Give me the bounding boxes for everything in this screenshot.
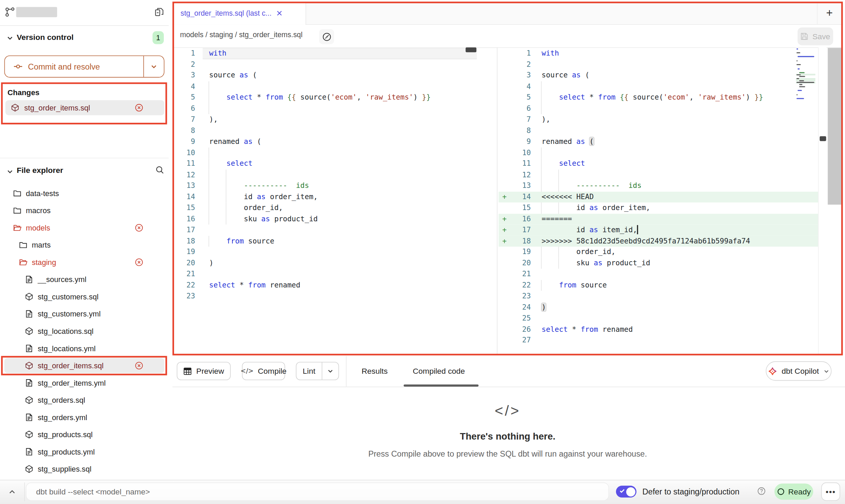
- code-line-23[interactable]: 23: [499, 291, 818, 302]
- status-badge[interactable]: Ready: [774, 484, 813, 500]
- chevron-down-icon[interactable]: [6, 168, 14, 175]
- command-input[interactable]: dbt build --select <model_name>: [26, 483, 609, 501]
- code-line-23[interactable]: 23: [172, 291, 477, 302]
- code-line-14[interactable]: +14<<<<<<< HEAD: [499, 191, 818, 202]
- chevron-up-icon[interactable]: [8, 488, 16, 496]
- code-line-18[interactable]: 18 from source: [172, 236, 477, 247]
- code-line-3[interactable]: 3source as (: [499, 70, 818, 81]
- code-line-8[interactable]: 8: [172, 125, 477, 136]
- code-line-9[interactable]: 9renamed as (: [172, 136, 477, 147]
- file-row-models[interactable]: models: [4, 220, 164, 235]
- code-line-3[interactable]: 3source as (: [172, 70, 477, 81]
- code-line-18[interactable]: +18>>>>>>> 58c1dd23d5eebd9cd2495fa7124ab…: [499, 236, 818, 247]
- discard-change-icon[interactable]: [135, 223, 143, 232]
- left-pane-scrollbar-thumb[interactable]: [466, 47, 476, 52]
- editor-pane-original[interactable]: 1with23source as (45 select * from {{ so…: [172, 48, 477, 356]
- code-line-16[interactable]: 16 sku as product_id: [172, 213, 477, 224]
- code-line-5[interactable]: 5 select * from {{ source('ecom', 'raw_i…: [499, 92, 818, 103]
- code-line-15[interactable]: 15 order_id,: [172, 203, 477, 213]
- code-line-11[interactable]: 11 select: [172, 158, 477, 169]
- chevron-down-icon[interactable]: [6, 34, 14, 42]
- file-row-stg-products-yml[interactable]: stg_products.yml: [4, 444, 164, 459]
- code-line-2[interactable]: 2: [172, 59, 477, 70]
- file-row-stg-supplies-sql[interactable]: stg_supplies.sql: [4, 461, 164, 476]
- code-line-4[interactable]: 4: [172, 81, 477, 92]
- code-line-14[interactable]: 14 id as order_item,: [172, 191, 477, 202]
- minimap[interactable]: [796, 47, 815, 104]
- file-row-stg-locations-sql[interactable]: stg_locations.sql: [4, 324, 164, 339]
- editor-pane-modified[interactable]: 1with23source as (45 select * from {{ so…: [499, 48, 818, 356]
- commit-and-resolve-button[interactable]: Commit and resolve: [4, 56, 164, 78]
- code-line-19[interactable]: 19 order_id,: [499, 247, 818, 257]
- file-row-data-tests[interactable]: data-tests: [4, 186, 164, 201]
- right-pane-scrollbar-track[interactable]: [818, 47, 827, 355]
- file-row-macros[interactable]: macros: [4, 203, 164, 218]
- code-line-20[interactable]: 20 sku as product_id: [499, 258, 818, 269]
- code-line-12[interactable]: 12: [499, 169, 818, 180]
- discard-change-icon[interactable]: [135, 258, 143, 266]
- code-line-1[interactable]: 1with: [172, 48, 477, 59]
- file-row--sources-yml[interactable]: __sources.yml: [4, 272, 164, 287]
- save-button[interactable]: Save: [798, 28, 833, 45]
- code-line-16[interactable]: +16=======: [499, 213, 818, 224]
- tab-stg-order-items[interactable]: stg_order_items.sql (last c...: [174, 2, 306, 25]
- copy-icon[interactable]: [154, 7, 164, 17]
- lineage-button[interactable]: [319, 29, 334, 44]
- code-line-17[interactable]: +17 id as item_id,: [499, 224, 818, 235]
- file-row-stg-order-items-yml[interactable]: stg_order_items.yml: [4, 375, 164, 390]
- code-line-21[interactable]: 21: [172, 269, 477, 280]
- compile-button[interactable]: </> Compile: [242, 362, 285, 380]
- lint-split-button[interactable]: Lint: [296, 362, 339, 380]
- code-line-15[interactable]: 15 id as order_item,: [499, 203, 818, 213]
- code-line-10[interactable]: 10: [499, 147, 818, 158]
- code-line-20[interactable]: 20): [172, 258, 477, 269]
- file-row-stg-locations-yml[interactable]: stg_locations.yml: [4, 341, 164, 356]
- tab-compiled-code[interactable]: Compiled code: [413, 367, 465, 375]
- more-options-button[interactable]: •••: [821, 483, 840, 501]
- code-line-13[interactable]: 13 ---------- ids: [499, 180, 818, 191]
- discard-change-icon[interactable]: [135, 361, 143, 370]
- file-row-stg-orders-yml[interactable]: stg_orders.yml: [4, 410, 164, 425]
- file-row-marts[interactable]: marts: [4, 237, 164, 252]
- file-row-stg-products-sql[interactable]: stg_products.sql: [4, 427, 164, 442]
- discard-change-icon[interactable]: [135, 103, 143, 112]
- tab-results[interactable]: Results: [362, 367, 388, 375]
- code-line-25[interactable]: 25: [499, 313, 818, 324]
- code-line-26[interactable]: 26select * from renamed: [499, 324, 818, 335]
- code-line-19[interactable]: 19: [172, 247, 477, 257]
- preview-button[interactable]: Preview: [177, 362, 231, 380]
- code-line-17[interactable]: 17: [172, 224, 477, 235]
- commit-dropdown-button[interactable]: [143, 56, 164, 77]
- file-row-stg-orders-sql[interactable]: stg_orders.sql: [4, 392, 164, 407]
- code-line-10[interactable]: 10: [172, 147, 477, 158]
- tab-close-icon[interactable]: [276, 10, 283, 17]
- code-line-21[interactable]: 21: [499, 269, 818, 280]
- code-line-27[interactable]: 27: [499, 335, 818, 346]
- code-line-7[interactable]: 7),: [499, 114, 818, 125]
- file-row-staging[interactable]: staging: [4, 255, 164, 270]
- code-line-4[interactable]: 4: [499, 81, 818, 92]
- code-line-9[interactable]: 9renamed as (: [499, 136, 818, 147]
- code-line-5[interactable]: 5 select * from {{ source('ecom', 'raw_i…: [172, 92, 477, 103]
- code-line-6[interactable]: 6: [499, 103, 818, 114]
- code-line-1[interactable]: 1with: [499, 48, 818, 59]
- code-line-11[interactable]: 11 select: [499, 158, 818, 169]
- dbt-copilot-button[interactable]: dbt Copilot: [766, 361, 832, 381]
- file-row-stg-order-items-sql[interactable]: stg_order_items.sql: [4, 358, 164, 373]
- lint-label[interactable]: Lint: [296, 367, 321, 375]
- search-icon[interactable]: [155, 165, 164, 175]
- right-pane-scrollbar-thumb[interactable]: [820, 136, 826, 141]
- commit-button-main[interactable]: Commit and resolve: [5, 56, 143, 77]
- help-icon[interactable]: [757, 487, 766, 495]
- window-scrollbar-thumb[interactable]: [828, 48, 841, 205]
- defer-toggle[interactable]: [616, 486, 636, 498]
- new-tab-button[interactable]: +: [826, 7, 833, 18]
- code-line-24[interactable]: 24): [499, 302, 818, 313]
- code-line-7[interactable]: 7),: [172, 114, 477, 125]
- pane-divider[interactable]: [497, 47, 498, 355]
- file-row-stg-customers-sql[interactable]: stg_customers.sql: [4, 289, 164, 304]
- code-line-22[interactable]: 22 from source: [499, 280, 818, 291]
- code-line-6[interactable]: 6: [172, 103, 477, 114]
- file-row-stg-customers-yml[interactable]: stg_customers.yml: [4, 306, 164, 321]
- code-line-2[interactable]: 2: [499, 59, 818, 70]
